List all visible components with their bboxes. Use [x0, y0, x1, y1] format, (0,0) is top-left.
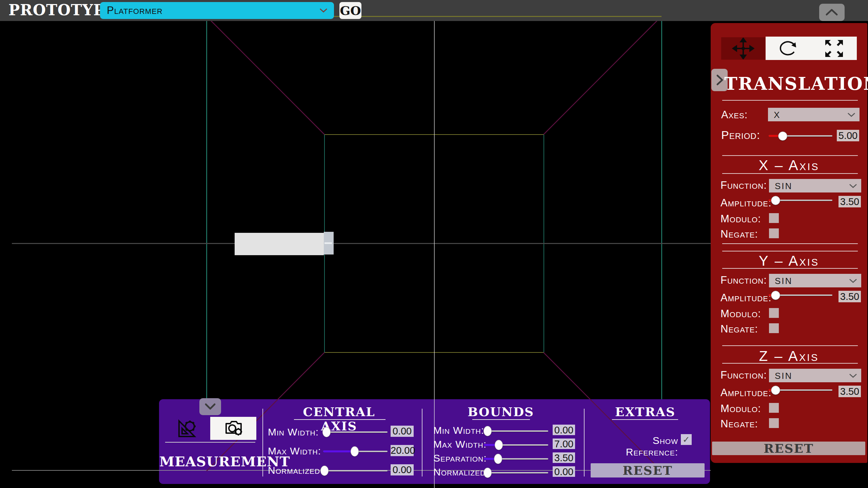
title-underline [472, 419, 530, 420]
axes-label: Axes: [721, 109, 748, 121]
b-max-width-slider[interactable] [484, 440, 548, 450]
z-negate-checkbox[interactable] [769, 418, 779, 428]
ca-normalized-value[interactable]: 0.00 [391, 464, 414, 475]
title-underline [612, 419, 678, 420]
ca-min-width-value[interactable]: 0.00 [391, 426, 414, 437]
y-amplitude-value[interactable]: 3.50 [839, 291, 861, 302]
b-max-width-value[interactable]: 7.00 [553, 439, 575, 449]
platform-object[interactable] [235, 233, 324, 255]
show-reference-checkbox[interactable]: ✓ [681, 434, 692, 445]
period-slider[interactable] [769, 130, 832, 141]
ca-max-width-slider[interactable] [323, 446, 388, 457]
divider [722, 243, 858, 244]
y-modulo-checkbox[interactable] [769, 308, 779, 318]
b-min-width-label: Min Width: [433, 425, 484, 436]
prototype-select-value: Platformer [107, 4, 163, 17]
y-function-dropdown[interactable]: SIN [769, 274, 861, 287]
chevron-down-icon [849, 183, 857, 189]
modulo-label: Modulo: [721, 213, 761, 225]
z-modulo-checkbox[interactable] [769, 403, 779, 413]
function-label: Function: [721, 369, 767, 381]
divider [584, 409, 585, 476]
modulo-label: Modulo: [721, 403, 761, 415]
b-max-width-label: Max Width: [433, 439, 487, 450]
divider [722, 155, 858, 156]
b-separation-label: Separation: [433, 452, 487, 464]
b-separation-slider[interactable] [484, 453, 548, 464]
ca-max-width-value[interactable]: 20.00 [391, 445, 414, 456]
x-negate-checkbox[interactable] [769, 228, 779, 238]
prototype-select[interactable]: Platformer [100, 2, 334, 19]
z-function-dropdown[interactable]: SIN [769, 369, 861, 382]
x-function-value: SIN [775, 181, 792, 191]
title-underline [294, 419, 386, 420]
chevron-down-icon [849, 278, 857, 284]
expand-icon [824, 39, 844, 58]
negate-label: Negate: [721, 418, 758, 430]
amplitude-label: Amplitude: [721, 197, 772, 209]
b-normalized-slider[interactable] [484, 467, 548, 478]
move-icon [731, 38, 755, 59]
chevron-down-icon [849, 373, 857, 379]
x-amplitude-value[interactable]: 3.50 [839, 196, 861, 207]
b-normalized-label: Normalized: [433, 466, 489, 478]
y-axis-section-title: Y – Axis [711, 253, 867, 269]
divider [722, 345, 858, 346]
divider [722, 100, 858, 101]
y-amplitude-slider[interactable] [769, 290, 832, 301]
translation-panel-title: TRANSLATION [724, 73, 860, 94]
divider [722, 173, 858, 174]
function-label: Function: [721, 274, 767, 286]
z-amplitude-slider[interactable] [769, 385, 832, 395]
axes-dropdown[interactable]: X [768, 108, 860, 121]
ca-min-width-slider[interactable] [323, 427, 388, 438]
ca-max-width-label: Max Width: [268, 445, 321, 457]
b-normalized-value[interactable]: 0.00 [553, 466, 575, 477]
amplitude-label: Amplitude: [721, 292, 772, 304]
b-min-width-value[interactable]: 0.00 [553, 425, 575, 435]
divider [722, 268, 858, 269]
collapse-measurement-panel-button[interactable] [199, 398, 221, 415]
divider [422, 409, 422, 476]
measurement-reset-button[interactable]: RESET [591, 463, 705, 477]
divider [722, 363, 858, 364]
x-amplitude-slider[interactable] [769, 195, 832, 206]
screenshot-tool-button[interactable] [210, 417, 256, 440]
tool-button-group [766, 37, 857, 60]
move-tool-button[interactable] [721, 37, 765, 60]
z-axis-section-title: Z – Axis [711, 348, 867, 364]
chevron-down-icon [847, 112, 855, 118]
scale-tool-button[interactable] [811, 37, 857, 60]
period-value[interactable]: 5.00 [837, 130, 859, 141]
z-amplitude-value[interactable]: 3.50 [839, 386, 861, 397]
go-button[interactable]: GO [339, 2, 361, 19]
y-negate-checkbox[interactable] [769, 323, 779, 333]
y-function-value: SIN [775, 276, 792, 286]
ca-normalized-label: Normalized: [268, 465, 323, 476]
b-min-width-slider[interactable] [484, 426, 548, 436]
bounds-title: BOUNDS [450, 405, 552, 419]
translation-reset-button[interactable]: RESET [712, 442, 865, 455]
platform-axis-tick [324, 242, 332, 244]
function-label: Function: [721, 179, 767, 191]
b-separation-value[interactable]: 3.50 [553, 452, 575, 463]
rotate-tool-button[interactable] [766, 37, 811, 60]
collapse-topbar-button[interactable] [819, 4, 845, 21]
measurement-panel-title: MEASUREMENT [159, 453, 261, 469]
x-axis-section-title: X – Axis [711, 157, 867, 174]
app-window: PROTOTYPE: Platformer GO [0, 0, 868, 488]
show-reference-label: Show Reference: [600, 435, 678, 458]
measure-tool-button[interactable] [176, 419, 198, 439]
x-function-dropdown[interactable]: SIN [769, 179, 861, 192]
chevron-down-icon [319, 7, 328, 14]
period-label: Period: [721, 128, 760, 142]
amplitude-label: Amplitude: [721, 387, 772, 399]
x-modulo-checkbox[interactable] [769, 213, 779, 223]
rotate-icon [778, 38, 799, 59]
extras-title: EXTRAS [594, 405, 696, 419]
camera-gear-icon [223, 420, 244, 437]
ca-normalized-slider[interactable] [323, 465, 388, 476]
divider [262, 409, 263, 476]
chevron-down-icon [199, 398, 221, 415]
divider [165, 442, 255, 443]
